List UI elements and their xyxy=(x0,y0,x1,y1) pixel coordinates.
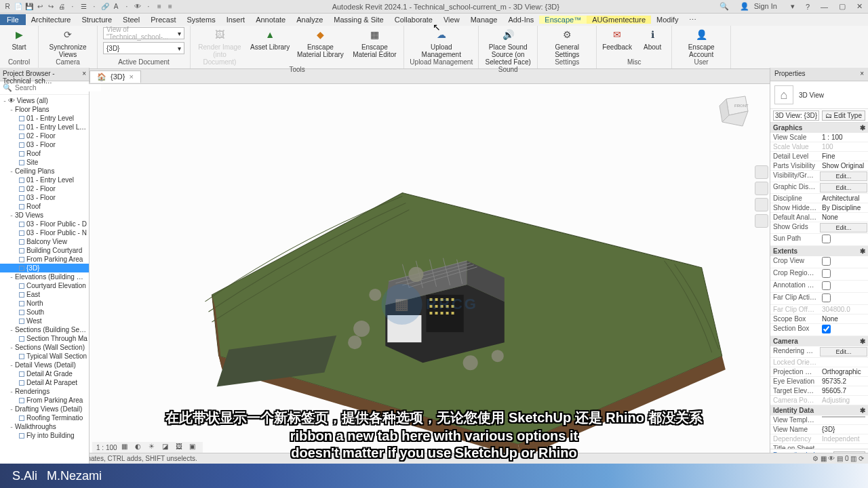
props-row[interactable]: View Template xyxy=(770,415,868,425)
tree-item[interactable]: 03 - Floor Public - N xyxy=(0,228,89,237)
props-value[interactable] xyxy=(819,444,868,449)
tree-item[interactable]: 01 - Entry Level L - Fu xyxy=(0,123,89,131)
qat-icon-12[interactable]: 👁 xyxy=(133,2,142,12)
props-row[interactable]: Camera PositionAdjusting xyxy=(770,396,868,405)
tree-item[interactable]: 03 - Floor xyxy=(0,140,89,149)
tab-enscape-[interactable]: Enscape™ xyxy=(539,16,587,24)
qat-icon-15[interactable]: ≡ xyxy=(165,2,175,12)
signin-link[interactable]: 👤 Sign In xyxy=(737,2,783,11)
tree-item[interactable]: -3D Views xyxy=(0,211,89,220)
tree-item[interactable]: -Ceiling Plans xyxy=(0,167,89,176)
props-row[interactable]: Show Hidden Li…By Discipline xyxy=(770,203,868,213)
tree-root[interactable]: -👁 Views (all) xyxy=(0,96,89,105)
close-icon[interactable]: × xyxy=(82,70,86,79)
props-value[interactable] xyxy=(819,256,868,268)
feedback-button[interactable]: ✉Feedback xyxy=(602,27,632,51)
props-value[interactable]: 1 : 100 xyxy=(819,133,868,142)
qat-icon-3[interactable]: ↩ xyxy=(35,2,45,12)
wheel-icon[interactable] xyxy=(755,165,768,179)
props-value[interactable]: 95605.7 xyxy=(819,386,868,395)
qat-icon-1[interactable]: 📄 xyxy=(14,2,23,12)
search-icon[interactable]: 🔍 xyxy=(717,2,732,11)
props-value[interactable]: 304800.0 xyxy=(819,305,868,314)
tab-overflow[interactable]: ⋯ xyxy=(684,16,702,24)
nav-bar[interactable] xyxy=(755,165,768,228)
tree-item[interactable]: Site xyxy=(0,158,89,167)
tab-structure[interactable]: Structure xyxy=(76,16,117,24)
render-icon[interactable]: 🖼 xyxy=(176,443,185,452)
tree-item[interactable]: Fly into Building xyxy=(0,431,89,440)
close-tab-icon[interactable]: × xyxy=(129,73,133,81)
tab-augmentecture[interactable]: AUGmentecture xyxy=(587,16,651,24)
about-button[interactable]: ℹAbout xyxy=(639,27,666,51)
tab-annotate[interactable]: Annotate xyxy=(250,16,291,24)
props-row[interactable]: Scope BoxNone xyxy=(770,314,868,324)
tree-item[interactable]: North xyxy=(0,299,89,308)
tree-item[interactable]: From Parking Area xyxy=(0,255,89,264)
props-row[interactable]: Sun Path xyxy=(770,234,868,246)
props-row[interactable]: View Name{3D} xyxy=(770,425,868,434)
props-row[interactable]: Target Elevation95605.7 xyxy=(770,386,868,396)
view-control-bar[interactable]: 1 : 100 ▦ ◐ ☀ ◪ 🖼 ▣ xyxy=(92,442,203,453)
place-sound-button[interactable]: 🔊Place Sound Source (on Selected Face) xyxy=(484,27,532,66)
maximize-icon[interactable]: ▢ xyxy=(836,2,848,11)
file-menu[interactable]: File xyxy=(0,14,26,25)
tree-item[interactable]: Detail At Grade xyxy=(0,369,89,378)
props-row[interactable]: Locked Orienta… xyxy=(770,358,868,367)
qat-icon-9[interactable]: 🔗 xyxy=(100,2,110,12)
upload-mgmt-button[interactable]: ☁Upload Management xyxy=(418,27,465,58)
tab-manage[interactable]: Manage xyxy=(465,16,503,24)
start-button[interactable]: ▶Start xyxy=(5,27,33,51)
tree-item[interactable]: -Drafting Views (Detail) xyxy=(0,405,89,413)
props-section-graphics[interactable]: Graphics✱ xyxy=(770,123,868,133)
props-value[interactable] xyxy=(819,358,868,367)
properties-type-preview[interactable]: ⌂ 3D View xyxy=(770,81,868,109)
minimize-icon[interactable]: — xyxy=(818,3,831,11)
props-row[interactable]: Annotation Crop xyxy=(770,281,868,293)
props-value[interactable]: {3D} xyxy=(819,425,868,434)
project-browser-search[interactable]: 🔍 xyxy=(0,81,89,95)
edit-type-button[interactable]: 🗂 Edit Type xyxy=(822,110,865,121)
props-row[interactable]: Visibility/Graph…Edit... xyxy=(770,171,868,182)
qat-icon-13[interactable]: · xyxy=(144,2,153,12)
tab-architecture[interactable]: Architecture xyxy=(26,16,77,24)
props-row[interactable]: Projection ModeOrthographic xyxy=(770,367,868,377)
qat-icon-4[interactable]: ↪ xyxy=(46,2,56,12)
qat-icon-14[interactable]: ≡ xyxy=(155,2,164,12)
view-cube[interactable]: FRONT xyxy=(713,91,756,134)
tree-item[interactable]: -Elevations (Building Elevati xyxy=(0,272,89,281)
shadows-icon[interactable]: ◪ xyxy=(162,443,172,452)
qat-icon-11[interactable]: · xyxy=(122,2,132,12)
props-row[interactable]: Title on Sheet xyxy=(770,444,868,449)
qat-icon-0[interactable]: R xyxy=(3,2,12,12)
tree-item[interactable]: 02 - Floor xyxy=(0,131,89,140)
enscape-mat-editor-button[interactable]: ▦Enscape Material Editor xyxy=(351,27,398,58)
props-row[interactable]: Rendering Setti…Edit... xyxy=(770,346,868,358)
props-value[interactable] xyxy=(819,415,868,424)
close-icon[interactable]: × xyxy=(860,70,864,79)
active-doc-view-select[interactable]: View of "Technical_school-...▾ xyxy=(103,27,184,39)
viewport-3d[interactable]: FRONT ▦ RRCG xyxy=(90,84,770,464)
save-cloud-icon[interactable]: ▾ xyxy=(788,2,797,11)
general-settings-button[interactable]: ⚙General Settings xyxy=(543,27,591,58)
tree-item[interactable]: 01 - Entry Level xyxy=(0,176,89,184)
tree-item[interactable]: Roof xyxy=(0,149,89,158)
props-row[interactable]: Section Box xyxy=(770,324,868,336)
tree-item[interactable]: -Detail Views (Detail) xyxy=(0,361,89,369)
tab-modify[interactable]: Modify xyxy=(651,16,684,24)
props-row[interactable]: Show GridsEdit... xyxy=(770,222,868,234)
props-value[interactable]: Architectural xyxy=(819,194,868,203)
tree-item[interactable]: Typical Wall Section xyxy=(0,352,89,361)
tree-item[interactable]: West xyxy=(0,317,89,325)
qat-icon-8[interactable]: · xyxy=(90,2,99,12)
sun-path-icon[interactable]: ☀ xyxy=(149,443,158,452)
tree-item[interactable]: -Renderings xyxy=(0,387,89,396)
tree-item[interactable]: Detail At Parapet xyxy=(0,378,89,387)
tree-item[interactable]: -Sections (Building Section) xyxy=(0,325,89,334)
tab-analyze[interactable]: Analyze xyxy=(291,16,328,24)
tab-view[interactable]: View xyxy=(438,16,465,24)
props-value[interactable]: Adjusting xyxy=(819,396,868,405)
props-value[interactable]: None xyxy=(819,314,868,323)
props-value[interactable]: 100 xyxy=(819,142,868,151)
tree-item[interactable]: South xyxy=(0,308,89,317)
